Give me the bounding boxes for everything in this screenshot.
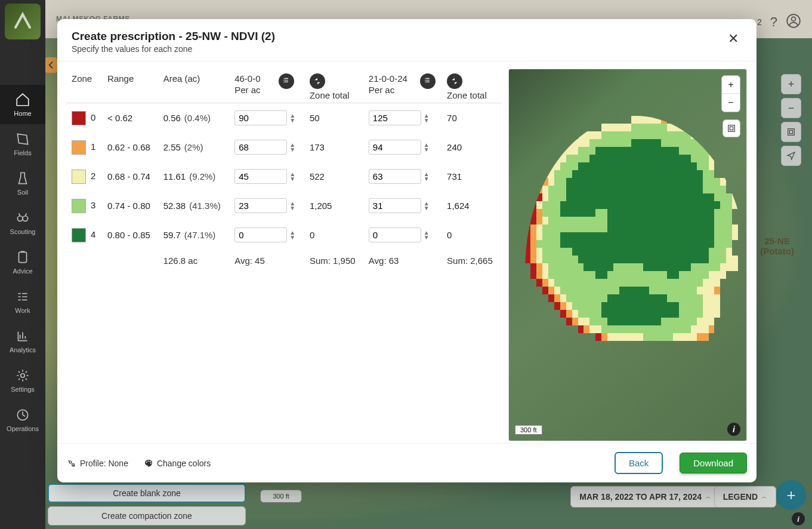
map-scale: 300 ft <box>515 425 542 435</box>
zone-table-area: Zone Range Area (ac) 46-0-0 Per ac <box>67 69 501 436</box>
col-prod1-total: Zone total <box>305 69 364 103</box>
prod2-zone-total: 240 <box>442 133 501 162</box>
zone-range: < 0.62 <box>103 103 159 133</box>
prod1-per-ac-input[interactable] <box>234 198 287 213</box>
col-prod1-profile-icon[interactable] <box>274 69 305 103</box>
map-zoom-in[interactable]: + <box>722 76 740 94</box>
col-prod1-perac: 46-0-0 Per ac <box>230 69 274 103</box>
stepper-icon[interactable]: ▲▼ <box>424 172 430 182</box>
zone-area: 52.38(41.3%) <box>159 191 230 220</box>
zone-swatch <box>72 170 86 184</box>
zone-swatch <box>72 199 86 213</box>
prod2-per-ac-input[interactable] <box>369 198 421 213</box>
profile-selector[interactable]: Profile: None <box>67 459 128 468</box>
total-area: 126.8 ac <box>159 250 230 270</box>
prod1-per-ac-input[interactable] <box>234 169 287 184</box>
stepper-icon[interactable]: ▲▼ <box>289 113 295 123</box>
col-zone: Zone <box>67 69 103 103</box>
prod1-per-ac-input[interactable] <box>234 140 287 155</box>
modal-header: Create prescription - 25-NW - NDVI (2) S… <box>57 19 757 61</box>
table-row: 4 0.80 - 0.85 59.7(47.1%) ▲▼ 0 ▲▼ 0 <box>67 220 501 250</box>
prescription-modal: Create prescription - 25-NW - NDVI (2) S… <box>57 19 757 482</box>
change-colors-button[interactable]: Change colors <box>144 459 211 468</box>
col-area: Area (ac) <box>159 69 230 103</box>
stepper-icon[interactable]: ▲▼ <box>424 201 430 211</box>
zone-area: 11.61(9.2%) <box>159 162 230 191</box>
col-range: Range <box>103 69 159 103</box>
zone-swatch <box>72 228 86 242</box>
zone-swatch <box>72 140 86 155</box>
prod1-zone-total: 522 <box>305 162 364 191</box>
apply-profile-icon <box>279 73 294 89</box>
modal-title: Create prescription - 25-NW - NDVI (2) <box>72 30 275 43</box>
zone-range: 0.74 - 0.80 <box>103 191 159 220</box>
zone-table: Zone Range Area (ac) 46-0-0 Per ac <box>67 69 501 270</box>
zone-range: 0.80 - 0.85 <box>103 220 159 250</box>
prod2-zone-total: 70 <box>442 103 501 133</box>
svg-rect-9 <box>728 125 735 132</box>
prod2-zone-total: 731 <box>442 162 501 191</box>
prod2-zone-total: 0 <box>442 220 501 250</box>
stepper-icon[interactable]: ▲▼ <box>424 113 430 123</box>
zone-index: 3 <box>91 199 95 210</box>
col-prod2-profile-icon[interactable] <box>415 69 442 103</box>
col-prod2-perac: 21-0-0-24 Per ac <box>364 69 415 103</box>
prod2-per-ac-input[interactable] <box>369 140 421 155</box>
stepper-icon[interactable]: ▲▼ <box>289 230 295 240</box>
prod2-per-ac-input[interactable] <box>369 227 421 242</box>
p1-sum: Sum: 1,950 <box>305 250 364 270</box>
prod2-zone-total: 1,624 <box>442 191 501 220</box>
map-info-icon[interactable]: i <box>727 423 740 436</box>
prod1-zone-total: 173 <box>305 133 364 162</box>
zone-swatch <box>72 111 86 125</box>
zone-range: 0.62 - 0.68 <box>103 133 159 162</box>
zone-index: 0 <box>91 112 95 122</box>
zone-index: 2 <box>91 170 95 180</box>
prod1-zone-total: 50 <box>305 103 364 133</box>
apply-profile-icon <box>420 73 436 89</box>
table-row: 3 0.74 - 0.80 52.38(41.3%) ▲▼ 1,205 ▲▼ 1… <box>67 191 501 220</box>
prod1-zone-total: 1,205 <box>305 191 364 220</box>
stepper-icon[interactable]: ▲▼ <box>289 172 295 182</box>
table-row: 0 < 0.62 0.56(0.4%) ▲▼ 50 ▲▼ 70 <box>67 103 501 133</box>
back-button[interactable]: Back <box>615 452 663 474</box>
prod1-per-ac-input[interactable] <box>234 110 287 125</box>
stepper-icon[interactable]: ▲▼ <box>424 230 430 240</box>
zone-range: 0.68 - 0.74 <box>103 162 159 191</box>
table-row: 2 0.68 - 0.74 11.61(9.2%) ▲▼ 522 ▲▼ 731 <box>67 162 501 191</box>
modal-body: Zone Range Area (ac) 46-0-0 Per ac <box>57 61 757 443</box>
zone-index: 1 <box>91 141 95 151</box>
modal-subtitle: Specify the values for each zone <box>72 44 275 54</box>
zone-area: 0.56(0.4%) <box>159 103 230 133</box>
stepper-icon[interactable]: ▲▼ <box>424 143 430 152</box>
map-zoom-out[interactable]: − <box>722 94 740 112</box>
col-prod2-total: Zone total <box>442 69 501 103</box>
zone-total-icon[interactable] <box>447 73 462 89</box>
prod1-zone-total: 0 <box>305 220 364 250</box>
p2-sum: Sum: 2,665 <box>442 250 501 270</box>
modal-footer: Profile: None Change colors Back Downloa… <box>57 443 757 482</box>
prod2-per-ac-input[interactable] <box>369 110 421 125</box>
prod1-per-ac-input[interactable] <box>234 227 287 242</box>
map-zoom-controls: + − <box>721 75 740 112</box>
footer-actions: Profile: None Change colors <box>67 459 211 468</box>
profile-label: Profile: None <box>80 459 128 468</box>
p2-avg: Avg: 63 <box>364 250 442 270</box>
zone-index: 4 <box>91 229 95 239</box>
close-icon[interactable]: ✕ <box>724 30 742 48</box>
table-row: 1 0.62 - 0.68 2.55(2%) ▲▼ 173 ▲▼ 240 <box>67 133 501 162</box>
download-button[interactable]: Download <box>680 453 747 473</box>
p1-avg: Avg: 45 <box>230 250 305 270</box>
prod2-per-ac-input[interactable] <box>369 169 421 184</box>
modal-map[interactable]: + − 300 ft i <box>508 69 747 441</box>
map-fit-button[interactable] <box>723 119 740 137</box>
stepper-icon[interactable]: ▲▼ <box>289 143 295 152</box>
zone-area: 2.55(2%) <box>159 133 230 162</box>
totals-row: 126.8 ac Avg: 45 Sum: 1,950 Avg: 63 Sum:… <box>67 250 501 270</box>
zone-total-icon[interactable] <box>310 73 325 89</box>
change-colors-label: Change colors <box>157 459 211 468</box>
stepper-icon[interactable]: ▲▼ <box>289 201 295 211</box>
svg-rect-10 <box>730 127 733 130</box>
zone-area: 59.7(47.1%) <box>159 220 230 250</box>
